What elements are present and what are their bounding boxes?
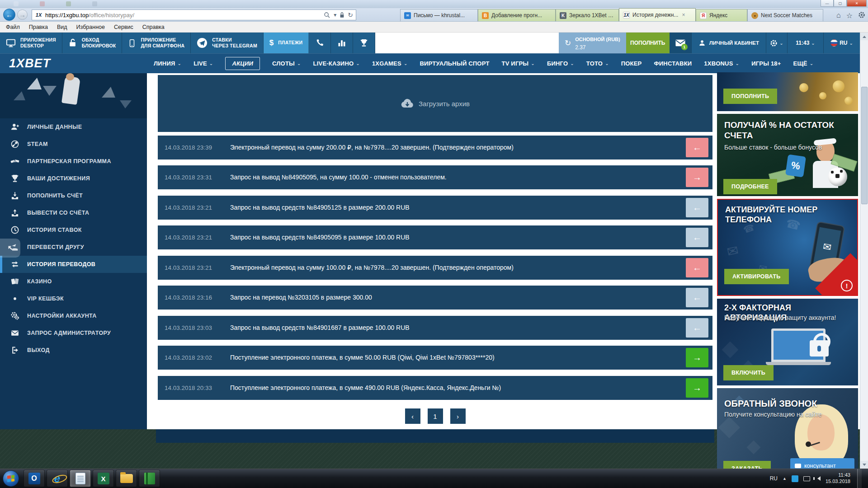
keyboard-language-indicator[interactable]: RU — [770, 475, 778, 482]
nav-1xgames[interactable]: 1XGAMES⌄ — [372, 60, 408, 67]
scroll-widget[interactable] — [0, 239, 20, 258]
tray-monitor-icon[interactable] — [803, 476, 810, 481]
tab-mail[interactable]: ✉ Письмо — khrustal... — [400, 9, 478, 21]
row-direction-button[interactable]: → — [686, 348, 708, 367]
taskbar-ie-button[interactable]: e — [47, 470, 68, 487]
sidebar-item-transfer-to-friend[interactable]: ПЕРЕВЕСТИ ДРУГУ — [0, 239, 147, 256]
sidebar-item-partner-program[interactable]: ПАРТНЕРСКАЯ ПРОГРАММА — [0, 153, 147, 170]
row-direction-button[interactable]: ← — [686, 318, 708, 338]
tab-yandex[interactable]: Я Яндекс — [696, 9, 747, 21]
scroll-up-button[interactable] — [860, 33, 868, 40]
banner-activate-phone[interactable]: ✉ ✉ ☎ ☎ ✉ АКТИВИРУЙТЕ НОМЕР ТЕЛЕФОНА АКТ… — [717, 199, 858, 296]
banner-enable-button[interactable]: ВКЛЮЧИТЬ — [723, 365, 774, 380]
row-direction-button[interactable]: ← — [686, 288, 708, 307]
settings-button[interactable]: ⌄ — [766, 33, 788, 53]
window-close-button[interactable]: ✕ — [847, 0, 867, 7]
window-minimize-button[interactable]: — — [821, 0, 834, 7]
sidebar-item-steam[interactable]: STEAM — [0, 136, 147, 153]
download-archive-button[interactable]: Загрузить архив — [158, 75, 712, 132]
row-direction-button[interactable]: ← — [686, 228, 708, 247]
gear-icon[interactable] — [858, 11, 865, 19]
sidebar-item-logout[interactable]: ВЫХОД — [0, 342, 147, 359]
sidebar-item-vip-cashback[interactable]: VIP КЕШБЭК — [0, 290, 147, 307]
tray-app-icon[interactable] — [792, 475, 798, 482]
sidebar-item-bet-history[interactable]: ИСТОРИЯ СТАВОК — [0, 221, 147, 239]
window-maximize-button[interactable]: ▢ — [834, 0, 847, 7]
menu-favorites[interactable]: Избранное — [72, 23, 109, 32]
star-icon[interactable]: ☆ — [846, 11, 853, 20]
tab-mirror[interactable]: K Зеркало 1XBet (1X6... — [556, 9, 619, 21]
nav-finbets[interactable]: ФИНСТАВКИ — [654, 60, 692, 67]
time-selector[interactable]: 11:43 ⌄ — [788, 33, 824, 53]
show-desktop-button[interactable] — [857, 469, 862, 488]
deposit-button[interactable]: ПОПОЛНИТЬ — [626, 33, 670, 53]
banner-callback[interactable]: ОБРАТНЫЙ ЗВОНОК Получите консультацию на… — [717, 388, 858, 469]
menu-view[interactable]: Вид — [53, 23, 71, 32]
refresh-balance-icon[interactable]: ↻ — [565, 38, 571, 48]
nav-bingo[interactable]: БИНГО⌄ — [547, 60, 574, 67]
nav-promo-active[interactable]: АКЦИИ — [225, 57, 260, 70]
site-logo[interactable]: 1XBET — [9, 56, 51, 70]
account-balance-block[interactable]: ↻ ОСНОВНОЙ (RUB)2.37 — [559, 33, 626, 53]
language-selector[interactable]: RU ⌄ — [824, 33, 860, 53]
apps-desktop-button[interactable]: ПРИЛОЖЕНИЯDESKTOP — [0, 33, 62, 53]
sidebar-item-personal-data[interactable]: ЛИЧНЫЕ ДАННЫЕ — [0, 118, 147, 136]
banner-details-button[interactable]: ПОДРОБНЕЕ — [723, 179, 777, 194]
statistics-button[interactable] — [331, 33, 353, 53]
scroll-down-button[interactable] — [860, 461, 868, 469]
menu-edit[interactable]: Правка — [25, 23, 52, 32]
menu-tools[interactable]: Сервис — [110, 23, 137, 32]
sidebar-item-admin-request[interactable]: ЗАПРОС АДМИНИСТРАТОРУ — [0, 324, 147, 342]
row-direction-button[interactable]: ← — [686, 258, 708, 277]
menu-file[interactable]: Файл — [2, 23, 24, 32]
row-direction-button[interactable]: → — [686, 378, 708, 398]
sidebar-item-casino[interactable]: КАЗИНО — [0, 273, 147, 290]
nav-tv-games[interactable]: TV ИГРЫ⌄ — [502, 60, 535, 67]
sidebar-item-account-settings[interactable]: НАСТРОЙКИ АККАУНТА — [0, 307, 147, 324]
nav-more[interactable]: ЕЩЁ⌄ — [793, 60, 814, 67]
sidebar-item-achievements[interactable]: ВАШИ ДОСТИЖЕНИЯ — [0, 170, 147, 187]
browser-back-button[interactable]: ← — [3, 9, 15, 21]
block-bypass-button[interactable]: ОБХОДБЛОКИРОВОК — [62, 33, 123, 53]
search-icon[interactable] — [324, 12, 330, 19]
browser-forward-button[interactable]: → — [17, 9, 28, 20]
tray-expand-icon[interactable]: ▲ — [783, 476, 787, 481]
nav-live[interactable]: LIVE⌄ — [193, 60, 213, 67]
tab-history-active[interactable]: 1X История денежн... × — [619, 8, 696, 21]
banner-order-button[interactable]: ЗАКАЗАТЬ — [723, 461, 771, 469]
banner-two-factor[interactable]: 2-Х ФАКТОРНАЯ АВТОРИЗАЦИЯ Получите надёж… — [717, 299, 858, 385]
menu-help[interactable]: Справка — [138, 23, 169, 32]
nav-live-casino[interactable]: LIVE-КАЗИНО⌄ — [313, 60, 360, 67]
nav-toto[interactable]: ТОТО⌄ — [586, 60, 609, 67]
taskbar-excel-button[interactable]: X — [93, 470, 114, 487]
phone-contact-button[interactable] — [309, 33, 331, 53]
row-direction-button[interactable]: ← — [686, 138, 708, 157]
taskbar-explorer-button[interactable] — [116, 470, 137, 487]
nav-slots[interactable]: СЛОТЫ⌄ — [272, 60, 301, 67]
taskbar-notepad-button[interactable] — [70, 470, 91, 487]
taskbar-app-button[interactable] — [139, 470, 160, 487]
sidebar-item-withdraw[interactable]: ВЫВЕСТИ СО СЧЁТА — [0, 204, 147, 221]
banner-activate-button[interactable]: АКТИВИРОВАТЬ — [724, 269, 789, 284]
personal-cabinet-button[interactable]: ЛИЧНЫЙ КАБИНЕТ — [691, 33, 766, 53]
page-scrollbar[interactable] — [860, 33, 868, 469]
refresh-icon[interactable]: ↻ — [348, 11, 353, 19]
row-direction-button[interactable]: → — [686, 168, 708, 187]
tab-close-icon[interactable]: × — [682, 12, 685, 18]
start-button[interactable] — [3, 470, 19, 487]
nav-games-18[interactable]: ИГРЫ 18+ — [751, 60, 781, 67]
banner-balance-percent[interactable]: % ПОЛУЧАЙ % НА ОСТАТОК СЧЕТА Больше став… — [717, 114, 858, 196]
consultant-chat-button[interactable]: консультант — [790, 458, 854, 469]
sidebar-item-transfer-history[interactable]: ИСТОРИЯ ПЕРЕВОДОВ — [0, 256, 147, 273]
results-button[interactable] — [353, 33, 375, 53]
banner-treasure-deposit[interactable]: ПОПОЛНИТЬ — [717, 72, 858, 111]
search-caret-icon[interactable]: ▾ — [334, 12, 336, 18]
telegram-bets-button[interactable]: СТАВКИЧЕРЕЗ TELEGRAM — [191, 33, 264, 53]
nav-poker[interactable]: ПОКЕР — [621, 60, 642, 67]
pagination-page-button[interactable]: 1 — [428, 408, 443, 424]
nav-line[interactable]: ЛИНИЯ⌄ — [154, 60, 181, 67]
tab-soccer[interactable]: ● Next Soccer Matches — [747, 9, 823, 21]
pagination-next-button[interactable]: › — [450, 408, 466, 424]
taskbar-clock[interactable]: 11:43 15.03.2018 — [826, 472, 850, 485]
row-direction-button[interactable]: ← — [686, 198, 708, 217]
